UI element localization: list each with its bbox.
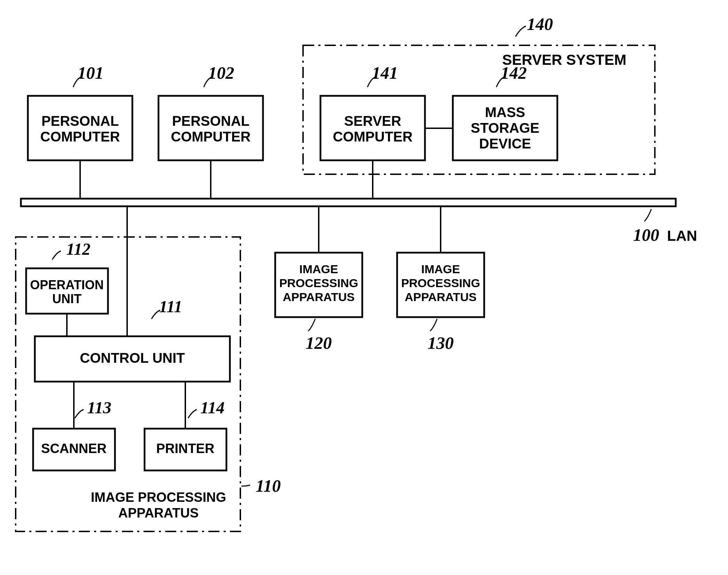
block-server-line1: SERVER [344, 113, 401, 129]
ref-141: 141 [372, 63, 398, 83]
block-pc1-line1: PERSONAL [41, 113, 119, 129]
block-storage-line3: DEVICE [479, 136, 531, 151]
ref-120: 120 [306, 333, 332, 353]
block-printer-line1: PRINTER [156, 441, 215, 456]
block-opunit-line2: UNIT [52, 292, 82, 306]
leader-130 [430, 319, 437, 331]
ref-113: 113 [87, 398, 111, 417]
block-ipa3-line1: IMAGE [421, 262, 460, 276]
leader-120 [308, 319, 315, 331]
ref-102: 102 [208, 63, 234, 83]
leader-113 [75, 409, 84, 418]
ref-110: 110 [256, 476, 281, 496]
block-ipa2-line1: IMAGE [299, 262, 338, 276]
block-ipa3-line3: APPARATUS [405, 290, 477, 304]
ref-142: 142 [501, 63, 527, 83]
ref-101: 101 [78, 63, 104, 83]
ref-114: 114 [200, 398, 224, 417]
block-scanner-line1: SCANNER [41, 441, 107, 456]
block-pc2-line1: PERSONAL [172, 113, 249, 129]
lan-bus [21, 199, 676, 206]
block-server-line2: COMPUTER [333, 129, 413, 144]
system-block-diagram: SERVER SYSTEM 140 PERSONAL COMPUTER 101 … [0, 0, 728, 575]
leader-112 [52, 251, 61, 260]
lan-label: LAN [667, 228, 697, 244]
ref-111: 111 [159, 297, 183, 316]
ref-112: 112 [66, 240, 90, 258]
block-storage-line2: STORAGE [471, 120, 539, 136]
block-ipa2-line2: PROCESSING [279, 276, 358, 290]
leader-140 [516, 26, 526, 37]
block-ipa2-line3: APPARATUS [283, 290, 355, 304]
block-ctrl-line1: CONTROL UNIT [80, 350, 185, 366]
leader-114 [188, 409, 197, 418]
block-pc2-line2: COMPUTER [171, 129, 251, 144]
block-storage-line1: MASS [485, 105, 525, 120]
group-ipa1-label-line2: APPARATUS [118, 506, 199, 520]
group-ipa1-label-line1: IMAGE PROCESSING [91, 490, 226, 505]
block-ipa3-line2: PROCESSING [401, 276, 480, 290]
leader-110 [241, 485, 250, 486]
ref-140: 140 [527, 14, 553, 34]
block-pc1-line2: COMPUTER [40, 129, 120, 144]
leader-100 [644, 209, 651, 221]
ref-130: 130 [428, 333, 454, 353]
block-opunit-line1: OPERATION [30, 278, 103, 292]
ref-100: 100 [633, 225, 659, 245]
